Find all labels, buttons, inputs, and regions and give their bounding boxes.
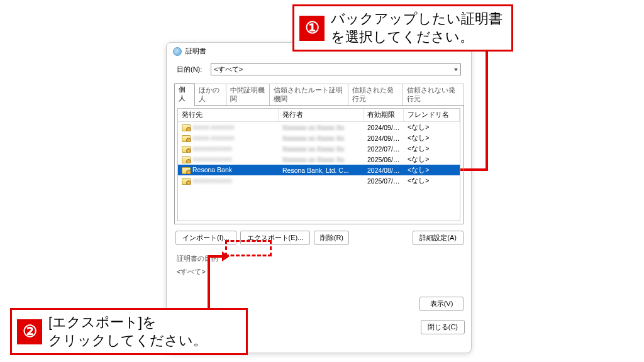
callout-step-1: ① バックアップしたい証明書 を選択してください。 [292,4,513,52]
cell-friendly: <なし> [404,123,460,132]
col-expires[interactable]: 有効期限 [364,109,404,121]
advanced-button[interactable]: 詳細設定(A) [413,231,464,245]
cell-issued-to: Resona Bank [192,166,232,173]
cell-issued-to: xxxxxxxxxxxx [192,145,232,152]
button-row: インポート(I)... エクスポート(E)... 削除(R) 詳細設定(A) [174,224,464,248]
cell-issued-by: Xxxxxxx xx Xxxxx Xx [282,145,344,153]
purpose-label: 目的(N): [177,65,202,74]
cell-expires: 2024/09/17 [364,134,404,142]
certificate-icon [182,146,191,153]
list-item[interactable]: xxxxx-xxxxxxx Xxxxxxx xx Xxxxx Xx 2024/0… [178,133,460,143]
purpose-select[interactable]: <すべて> [211,63,461,75]
show-button[interactable]: 表示(V) [419,297,464,311]
tab-trusted-root[interactable]: 信頼されたルート証明機関 [269,84,348,106]
close-button[interactable]: 閉じる(C) [421,320,465,334]
cell-issued-by: Resona Bank, Ltd. C... [279,167,364,174]
cell-issued-by: Xxxxxxx xx Xxxxx Xx [282,134,344,142]
cell-expires: 2024/08/10 [364,167,404,174]
col-issued-to[interactable]: 発行先 [178,109,279,121]
tab-bar: 個人 ほかの人 中間証明機関 信頼されたルート証明機関 信頼された発行元 信頼さ… [174,83,464,106]
certificate-icon [182,124,191,131]
col-issued-by[interactable]: 発行者 [279,109,364,121]
chevron-down-icon [454,69,458,71]
purpose-row: 目的(N): <すべて> [174,62,464,80]
tab-others[interactable]: ほかの人 [194,84,226,106]
tab-trusted-pub[interactable]: 信頼された発行元 [348,84,404,106]
cell-expires: 2025/06/18 [364,156,404,163]
purpose-value: <すべて> [214,65,243,74]
import-button[interactable]: インポート(I)... [175,231,236,245]
cell-friendly: <なし> [404,166,460,175]
cell-issued-to: xxxxxxxxxxxx [192,155,232,163]
step-number-badge: ① [299,16,325,41]
list-item[interactable]: xxxxxxxxxxxx 2025/07/24 <なし> [178,175,460,186]
callout-step-2: ② [エクスポート]を クリックしてください。 [10,308,248,355]
arrow-right-icon [222,251,230,261]
certificate-icon [182,178,191,185]
list-item[interactable]: xxxxxxxxxxxx Xxxxxxx xx Xxxxx Xx 2025/06… [178,154,460,165]
delete-button[interactable]: 削除(R) [314,231,349,245]
list-item[interactable]: xxxxx-xxxxxxx Xxxxxxx xx Xxxxx Xx 2024/0… [178,122,460,133]
arrow-line [208,256,210,310]
list-header: 発行先 発行者 有効期限 フレンドリ名 [178,109,460,122]
cell-friendly: <なし> [404,145,460,153]
dialog-body: 目的(N): <すべて> 個人 ほかの人 中間証明機関 信頼されたルート証明機関… [167,60,471,316]
arrow-line [486,49,488,171]
certificate-globe-icon [173,47,182,56]
cell-issued-by: Xxxxxxx xx Xxxxx Xx [282,156,344,163]
certificate-icon [182,156,191,163]
tab-intermediate[interactable]: 中間証明機関 [226,84,270,106]
dialog-title: 証明書 [186,47,206,56]
certificates-dialog: 証明書 目的(N): <すべて> 個人 ほかの人 中間証明機関 信頼されたルート… [166,42,472,353]
certificate-purpose-section: 証明書の目的 <すべて> 表示(V) [174,254,464,311]
certificate-icon [182,135,191,142]
cell-friendly: <なし> [404,155,460,164]
cell-issued-to: xxxxx-xxxxxxx [192,134,235,141]
step-number-badge: ② [17,319,42,344]
cell-friendly: <なし> [404,134,460,143]
cell-issued-to: xxxxxxxxxxxx [192,177,232,184]
cell-expires: 2022/07/19 [364,145,404,153]
tab-untrusted-pub[interactable]: 信頼されない発行元 [402,84,464,106]
cell-expires: 2024/09/17 [364,124,404,131]
col-friendly[interactable]: フレンドリ名 [404,109,460,121]
certificate-icon [182,167,191,174]
cell-friendly: <なし> [404,177,460,185]
tab-panel: 発行先 発行者 有効期限 フレンドリ名 xxxxx-xxxxxxx Xxxxxx… [174,105,464,224]
list-item[interactable]: xxxxxxxxxxxx Xxxxxxx xx Xxxxx Xx 2022/07… [178,143,460,154]
cell-issued-to: xxxxx-xxxxxxx [192,123,235,131]
cell-issued-by: Xxxxxxx xx Xxxxx Xx [282,124,344,131]
certificate-list[interactable]: 発行先 発行者 有効期限 フレンドリ名 xxxxx-xxxxxxx Xxxxxx… [177,108,460,221]
export-button[interactable]: エクスポート(E)... [240,231,311,245]
callout-text: バックアップしたい証明書 を選択してください。 [331,10,502,46]
purpose-section-value: <すべて> [174,266,464,297]
tab-personal[interactable]: 個人 [174,83,195,106]
callout-text: [エクスポート]を クリックしてください。 [48,314,237,349]
cell-expires: 2025/07/24 [364,177,404,185]
list-item-selected[interactable]: Resona Bank Resona Bank, Ltd. C... 2024/… [178,165,460,175]
